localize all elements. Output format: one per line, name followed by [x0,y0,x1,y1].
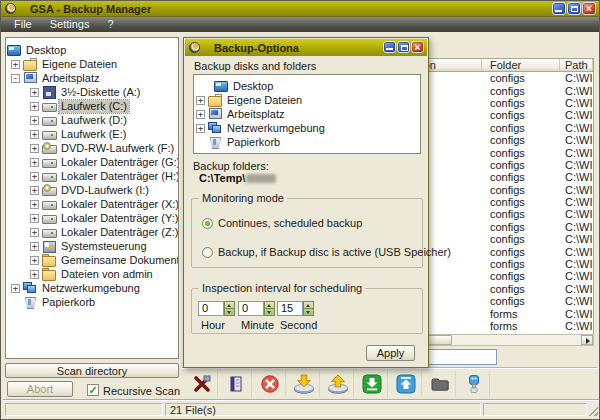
remove-button[interactable] [255,371,286,397]
minute-value[interactable]: 0 [238,301,264,316]
expand-icon[interactable]: + [30,158,39,167]
expand-icon[interactable]: + [11,284,20,293]
dialog-minimize-button[interactable] [383,41,396,53]
spin-down-icon[interactable] [225,309,234,315]
expand-icon[interactable]: + [11,60,20,69]
expand-icon[interactable]: + [30,270,39,279]
cell-path: C:\WIND [560,85,593,97]
expand-icon[interactable]: + [196,110,205,119]
expand-icon[interactable]: + [30,102,39,111]
resize-grip[interactable] [586,404,598,416]
expand-icon[interactable]: + [30,172,39,181]
tree-item[interactable]: +Laufwerk (C:) [6,99,178,113]
menu-settings[interactable]: Settings [41,17,99,32]
upload-icon [396,374,416,394]
usb-device-button[interactable] [459,371,490,397]
expand-icon[interactable]: + [30,130,39,139]
spin-up-icon[interactable] [304,302,313,309]
expand-icon[interactable]: + [30,256,39,265]
column-header-path[interactable]: Path [560,59,593,71]
expand-icon[interactable]: + [196,96,205,105]
expand-icon[interactable]: + [30,214,39,223]
tree-item[interactable]: +Laufwerk (D:) [6,113,178,127]
radio-usb-label: Backup, if Backup disc is active (USB Sp… [218,246,451,258]
recursive-scan-checkbox[interactable]: ✓ [87,384,99,396]
menu-help[interactable]: ? [98,17,122,32]
tree-item-label: Lokaler Datenträger (G:) [59,156,179,169]
cell-path: C:\WIND [560,122,593,134]
expand-icon[interactable]: + [30,228,39,237]
tree-item[interactable]: +Dateien von admin [6,267,178,281]
dialog-tree[interactable]: Desktop+Eigene Dateien+Arbeitsplatz+Netz… [193,74,421,154]
expand-icon[interactable]: + [30,144,39,153]
edit-backup-button[interactable] [221,371,252,397]
hour-value[interactable]: 0 [198,301,224,316]
tree-item[interactable]: +Lokaler Datenträger (Y:) [6,211,178,225]
close-button[interactable]: × [582,2,596,15]
expand-icon[interactable]: + [30,242,39,251]
backup-to-disk-button[interactable] [289,371,320,397]
tree-item[interactable]: +DVD-RW-Laufwerk (F:) [6,141,178,155]
second-stepper: 15 [277,301,314,316]
tree-item[interactable]: +Arbeitsplatz [194,107,420,121]
collapse-icon[interactable]: - [11,74,20,83]
tree-item[interactable]: Desktop [194,79,420,93]
delete-backup-button[interactable] [187,371,218,397]
tree-item[interactable]: +Lokaler Datenträger (H:) [6,169,178,183]
minimize-button[interactable] [552,2,566,15]
tree-item[interactable]: +Netzwerkumgebung [194,121,420,135]
tree-item[interactable]: +Netzwerkumgebung [6,281,178,295]
column-header-folder[interactable]: Folder [482,59,560,71]
menu-file[interactable]: File [5,17,41,32]
spin-up-icon[interactable] [225,302,234,309]
expand-icon[interactable]: + [30,116,39,125]
tree-item[interactable]: +DVD-Laufwerk (I:) [6,183,178,197]
spin-down-icon[interactable] [265,309,274,315]
desktop-icon [214,80,227,92]
abort-button[interactable]: Abort [7,381,73,397]
upload-button[interactable] [391,371,422,397]
tree-item[interactable]: +Systemsteuerung [6,239,178,253]
tree-item[interactable]: +Lokaler Datenträger (Z:) [6,225,178,239]
spin-down-icon[interactable] [304,309,313,315]
radio-usb[interactable]: Backup, if Backup disc is active (USB Sp… [202,246,451,258]
expand-icon[interactable]: + [196,124,205,133]
tree-item-label: DVD-RW-Laufwerk (F:) [59,142,176,155]
tree-item[interactable]: +3½-Diskette (A:) [6,85,178,99]
dialog-maximize-button[interactable] [397,41,410,53]
dialog-title-bar[interactable]: Backup-Optiona × [185,39,427,56]
open-folder-button[interactable] [425,371,456,397]
scan-directory-button[interactable]: Scan directory [5,363,179,378]
tree-item[interactable]: Desktop [6,43,178,57]
expand-icon[interactable]: + [30,200,39,209]
tree-item[interactable]: +Laufwerk (E:) [6,127,178,141]
cell-path: C:\WIND [560,184,593,196]
tree-item[interactable]: +Eigene Dateien [194,93,420,107]
maximize-button[interactable] [567,2,581,15]
expand-icon[interactable]: + [30,88,39,97]
spin-up-icon[interactable] [265,302,274,309]
expand-icon[interactable]: + [30,186,39,195]
second-value[interactable]: 15 [277,301,303,316]
tree-item[interactable]: +Lokaler Datenträger (G:) [6,155,178,169]
tree-item[interactable]: Papierkorb [194,135,420,149]
cell-path: C:\WIND [560,196,593,208]
tree-item[interactable]: +Eigene Dateien [6,57,178,71]
status-files-count: 21 File(s) [170,404,216,416]
dialog-close-button[interactable]: × [411,41,424,53]
restore-from-disk-button[interactable] [323,371,354,397]
title-bar[interactable]: GSA - Backup Manager × [1,1,599,17]
cell-folder: configs [482,159,560,171]
radio-scheduled[interactable]: Continues, scheduled backup [202,217,362,229]
tree-item[interactable]: +Gemeinsame Dokumente [6,253,178,267]
drive-icon [42,114,55,126]
scroll-right-button[interactable] [581,335,593,345]
main-tree[interactable]: Desktop+Eigene Dateien-Arbeitsplatz+3½-D… [5,37,179,359]
drive-icon [42,212,55,224]
maximize-icon [571,6,578,12]
tree-item[interactable]: +Lokaler Datenträger (X:) [6,197,178,211]
apply-button[interactable]: Apply [366,345,415,361]
tree-item[interactable]: -Arbeitsplatz [6,71,178,85]
download-button[interactable] [357,371,388,397]
tree-item[interactable]: Papierkorb [6,295,178,309]
